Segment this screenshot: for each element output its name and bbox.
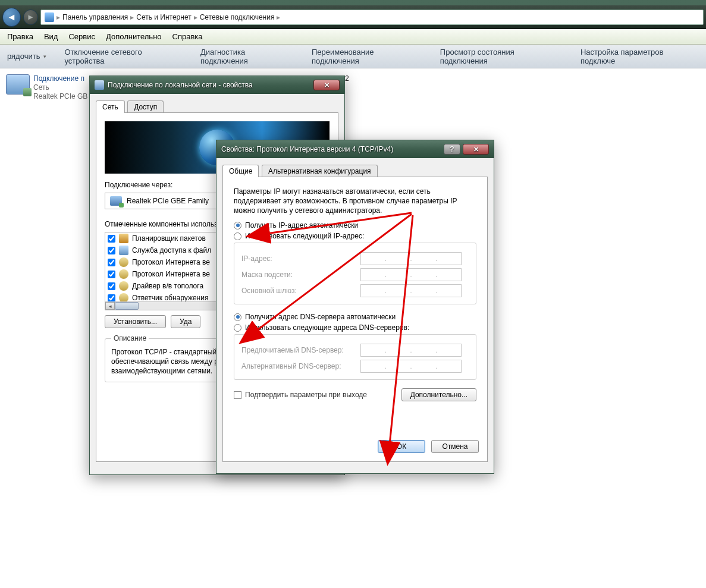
- nav-back-button[interactable]: ◄: [2, 8, 21, 27]
- component-icon: [119, 246, 128, 255]
- radio-icon[interactable]: [234, 324, 241, 332]
- dialog-title: Подключение по локальной сети - свойства: [108, 81, 253, 89]
- dialog-icon: [95, 80, 104, 90]
- explorer-header: ◄ ► ▸ Панель управления ▸ Сеть и Интерне…: [0, 5, 706, 29]
- checkbox-label: Подтвердить параметры при выходе: [245, 391, 367, 399]
- dns-fields-group: Предпочитаемый DNS-сервер:... Альтернати…: [234, 334, 476, 380]
- dialog-titlebar[interactable]: Свойства: Протокол Интернета версии 4 (T…: [216, 140, 494, 158]
- tab-sharing[interactable]: Доступ: [127, 100, 164, 113]
- subnet-mask-label: Маска подсети:: [241, 271, 360, 279]
- connection-status: Сеть: [33, 83, 87, 92]
- menu-view[interactable]: Вид: [44, 32, 58, 41]
- menu-edit[interactable]: Правка: [7, 32, 33, 41]
- connection-device: Realtek PCIe GB: [33, 92, 87, 101]
- checkbox[interactable]: [108, 247, 115, 254]
- radio-ip-auto[interactable]: Получить IP-адрес автоматически: [234, 221, 476, 229]
- component-label: Драйвер в/в тополога: [132, 282, 203, 290]
- radio-label: Использовать следующий IP-адрес:: [245, 232, 364, 240]
- breadcrumb-item[interactable]: Сетевые подключения: [200, 13, 275, 21]
- description-legend: Описание: [111, 334, 149, 342]
- alternate-dns-label: Альтернативный DNS-сервер:: [241, 362, 360, 370]
- component-label: Планировщик пакетов: [132, 234, 206, 243]
- checkbox[interactable]: [108, 294, 115, 302]
- component-icon: [119, 234, 128, 243]
- radio-dns-manual[interactable]: Использовать следующие адреса DNS-сервер…: [234, 323, 476, 332]
- gateway-label: Основной шлюз:: [241, 287, 360, 295]
- checkbox[interactable]: [108, 282, 115, 290]
- confirm-on-exit-checkbox[interactable]: Подтвердить параметры при выходе: [234, 391, 367, 399]
- alternate-dns-input: ...: [360, 360, 462, 373]
- connection-item-2-suffix: 2: [345, 74, 349, 83]
- ip-address-input: ...: [360, 252, 462, 265]
- component-icon: [119, 281, 128, 291]
- diagnose-button[interactable]: Диагностика подключения: [200, 48, 294, 65]
- chevron-right-icon: ▸: [130, 13, 134, 21]
- menu-help[interactable]: Справка: [172, 32, 203, 41]
- radio-label: Получить IP-адрес автоматически: [245, 221, 358, 229]
- tab-network[interactable]: Сеть: [96, 100, 125, 113]
- disable-device-button[interactable]: Отключение сетевого устройства: [64, 48, 182, 65]
- network-adapter-icon: [6, 74, 30, 95]
- scroll-left-button[interactable]: ◂: [105, 302, 115, 310]
- preferred-dns-label: Предпочитаемый DNS-сервер:: [241, 346, 360, 354]
- organize-button[interactable]: рядочить: [7, 52, 46, 61]
- advanced-button[interactable]: Дополнительно...: [401, 388, 476, 401]
- component-icon: [119, 257, 128, 267]
- connection-name: Подключение п: [33, 74, 87, 83]
- chevron-right-icon: ▸: [277, 13, 280, 21]
- ok-button[interactable]: ОК: [378, 440, 425, 453]
- rename-button[interactable]: Переименование подключения: [312, 48, 422, 65]
- tab-alternate-config[interactable]: Альтернативная конфигурация: [262, 165, 378, 177]
- change-settings-button[interactable]: Настройка параметров подключе: [581, 48, 699, 65]
- install-button[interactable]: Установить...: [105, 315, 166, 328]
- gateway-input: ...: [360, 284, 462, 297]
- radio-icon[interactable]: [234, 313, 241, 321]
- checkbox-icon[interactable]: [234, 391, 241, 399]
- device-name: Realtek PCIe GBE Family: [127, 197, 209, 205]
- address-bar[interactable]: ▸ Панель управления ▸ Сеть и Интернет ▸ …: [40, 10, 704, 25]
- uninstall-button[interactable]: Уда: [171, 315, 200, 328]
- radio-label: Получить адрес DNS-сервера автоматически: [245, 313, 396, 321]
- checkbox[interactable]: [108, 271, 115, 278]
- info-text: Параметры IP могут назначаться автоматич…: [234, 187, 476, 215]
- close-button[interactable]: ✕: [463, 144, 489, 155]
- cancel-button[interactable]: Отмена: [431, 440, 479, 453]
- ip-address-label: IP-адрес:: [241, 254, 360, 263]
- command-bar: рядочить Отключение сетевого устройства …: [0, 45, 706, 68]
- breadcrumb-item[interactable]: Сеть и Интернет: [136, 13, 191, 21]
- subnet-mask-input: ...: [360, 268, 462, 281]
- tab-general[interactable]: Общие: [222, 165, 259, 177]
- component-label: Протокол Интернета ве: [132, 258, 210, 266]
- help-button[interactable]: ?: [444, 144, 460, 155]
- radio-ip-manual[interactable]: Использовать следующий IP-адрес:: [234, 232, 476, 240]
- preferred-dns-input: ...: [360, 344, 462, 357]
- menu-advanced[interactable]: Дополнительно: [106, 32, 162, 41]
- addressbar-icon: [45, 12, 54, 22]
- nic-icon: [110, 196, 122, 206]
- ip-fields-group: IP-адрес:... Маска подсети:... Основной …: [234, 243, 476, 304]
- chevron-right-icon: ▸: [57, 13, 60, 21]
- radio-dns-auto[interactable]: Получить адрес DNS-сервера автоматически: [234, 313, 476, 321]
- checkbox[interactable]: [108, 235, 115, 243]
- radio-icon[interactable]: [234, 222, 241, 229]
- component-label: Служба доступа к файл: [132, 246, 211, 254]
- radio-label: Использовать следующие адреса DNS-сервер…: [245, 323, 409, 332]
- scroll-thumb[interactable]: [115, 302, 139, 310]
- nav-forward-button[interactable]: ►: [23, 10, 38, 25]
- component-label: Ответчик обнаружения: [132, 294, 208, 302]
- component-label: Протокол Интернета ве: [132, 270, 210, 278]
- breadcrumb-item[interactable]: Панель управления: [62, 13, 128, 21]
- checkbox[interactable]: [108, 259, 115, 266]
- dialog-title: Свойства: Протокол Интернета версии 4 (T…: [221, 145, 393, 153]
- dialog-titlebar[interactable]: Подключение по локальной сети - свойства…: [90, 76, 344, 94]
- ipv4-properties-dialog: Свойства: Протокол Интернета версии 4 (T…: [216, 140, 494, 474]
- chevron-right-icon: ▸: [194, 13, 197, 21]
- radio-icon[interactable]: [234, 232, 241, 240]
- menubar: Правка Вид Сервис Дополнительно Справка: [0, 29, 706, 45]
- menu-tools[interactable]: Сервис: [68, 32, 95, 41]
- close-button[interactable]: ✕: [313, 80, 340, 90]
- view-status-button[interactable]: Просмотр состояния подключения: [440, 48, 563, 65]
- component-icon: [119, 269, 128, 279]
